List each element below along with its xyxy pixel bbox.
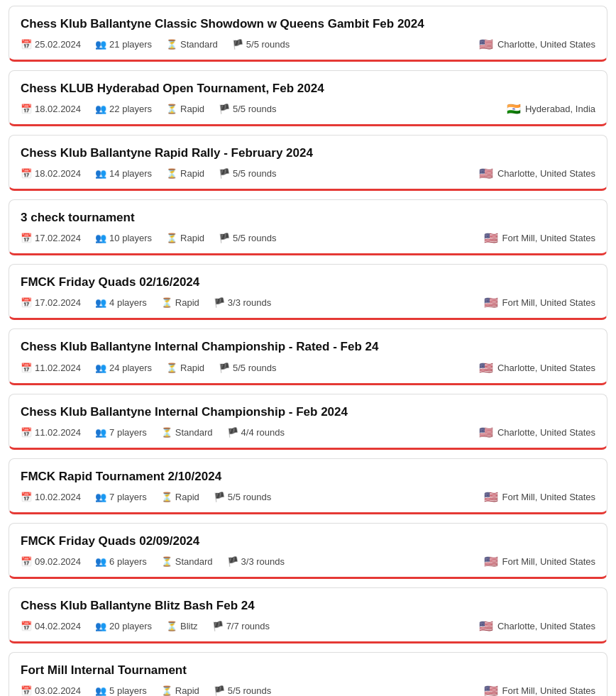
meta-time-control: ⏳ Standard bbox=[161, 427, 213, 438]
time-control-value: Standard bbox=[175, 427, 213, 438]
date-value: 09.02.2024 bbox=[35, 556, 81, 567]
tournament-card[interactable]: Chess Klub Ballantyne Classic Showdown w… bbox=[9, 6, 607, 62]
tournament-title: Chess Klub Ballantyne Rapid Rally - Febr… bbox=[21, 145, 595, 161]
location-section: 🇺🇸 Fort Mill, United States bbox=[484, 296, 596, 309]
players-icon: 👥 bbox=[95, 621, 106, 631]
flag-icon: 🇺🇸 bbox=[484, 296, 498, 309]
players-icon: 👥 bbox=[95, 685, 106, 696]
flag-icon: 🇺🇸 bbox=[479, 361, 493, 375]
players-value: 7 players bbox=[109, 492, 147, 502]
timer-icon: ⏳ bbox=[166, 363, 177, 373]
time-control-value: Blitz bbox=[180, 621, 198, 631]
meta-players: 👥 14 players bbox=[95, 168, 152, 179]
location-section: 🇺🇸 Fort Mill, United States bbox=[484, 490, 596, 504]
tournament-card[interactable]: Chess KLUB Hyderabad Open Tournament, Fe… bbox=[9, 70, 607, 126]
meta-rounds: 🏴 5/5 rounds bbox=[232, 39, 290, 50]
players-icon: 👥 bbox=[95, 556, 106, 567]
tournament-card[interactable]: Chess Klub Ballantyne Internal Champions… bbox=[9, 394, 607, 450]
date-value: 18.02.2024 bbox=[35, 168, 81, 179]
rounds-icon: 🏴 bbox=[227, 556, 238, 567]
meta-rounds: 🏴 5/5 rounds bbox=[214, 492, 271, 502]
timer-icon: ⏳ bbox=[166, 621, 177, 631]
rounds-icon: 🏴 bbox=[232, 39, 243, 50]
date-value: 10.02.2024 bbox=[35, 492, 81, 502]
meta-time-control: ⏳ Rapid bbox=[161, 492, 199, 502]
tournament-card[interactable]: FMCK Rapid Tournament 2/10/2024 📅 10.02.… bbox=[9, 458, 607, 514]
meta-players: 👥 20 players bbox=[95, 621, 152, 631]
time-control-value: Rapid bbox=[175, 492, 199, 502]
time-control-value: Rapid bbox=[175, 297, 199, 308]
calendar-icon: 📅 bbox=[21, 556, 32, 567]
meta-players: 👥 10 players bbox=[95, 233, 152, 243]
rounds-value: 5/5 rounds bbox=[233, 104, 276, 114]
time-control-value: Standard bbox=[175, 556, 213, 567]
location-value: Fort Mill, United States bbox=[502, 297, 596, 308]
flag-icon: 🇺🇸 bbox=[484, 490, 498, 504]
time-control-value: Rapid bbox=[180, 233, 204, 243]
tournament-card[interactable]: FMCK Friday Quads 02/16/2024 📅 17.02.202… bbox=[9, 264, 607, 320]
meta-date: 📅 11.02.2024 bbox=[21, 427, 81, 438]
tournament-title: FMCK Friday Quads 02/09/2024 bbox=[21, 534, 595, 549]
location-value: Fort Mill, United States bbox=[502, 685, 596, 696]
rounds-value: 7/7 rounds bbox=[226, 621, 270, 631]
rounds-value: 4/4 rounds bbox=[241, 427, 285, 438]
players-icon: 👥 bbox=[95, 297, 106, 308]
rounds-icon: 🏴 bbox=[227, 427, 238, 438]
location-section: 🇺🇸 Fort Mill, United States bbox=[484, 555, 596, 568]
rounds-icon: 🏴 bbox=[214, 492, 225, 502]
date-value: 11.02.2024 bbox=[35, 427, 81, 438]
tournament-card[interactable]: Chess Klub Ballantyne Blitz Bash Feb 24 … bbox=[9, 587, 607, 643]
location-section: 🇺🇸 Charlotte, United States bbox=[479, 38, 595, 51]
meta-players: 👥 4 players bbox=[95, 297, 147, 308]
location-section: 🇮🇳 Hyderabad, India bbox=[507, 102, 595, 116]
rounds-icon: 🏴 bbox=[214, 297, 225, 308]
location-value: Charlotte, United States bbox=[497, 427, 595, 438]
calendar-icon: 📅 bbox=[21, 104, 32, 114]
tournament-meta: 📅 25.02.2024 👥 21 players ⏳ Standard 🏴 5… bbox=[21, 38, 595, 51]
tournament-card[interactable]: 3 check tournament 📅 17.02.2024 👥 10 pla… bbox=[9, 199, 607, 255]
location-section: 🇺🇸 Charlotte, United States bbox=[479, 167, 595, 180]
meta-players: 👥 7 players bbox=[95, 427, 147, 438]
players-value: 22 players bbox=[109, 104, 152, 114]
calendar-icon: 📅 bbox=[21, 621, 32, 631]
players-icon: 👥 bbox=[95, 427, 106, 438]
location-section: 🇺🇸 Charlotte, United States bbox=[479, 426, 595, 439]
date-value: 18.02.2024 bbox=[35, 104, 81, 114]
players-value: 6 players bbox=[109, 556, 147, 567]
flag-icon: 🇺🇸 bbox=[479, 619, 493, 633]
tournament-meta: 📅 11.02.2024 👥 24 players ⏳ Rapid 🏴 5/5 … bbox=[21, 361, 595, 375]
tournament-card[interactable]: Chess Klub Ballantyne Internal Champions… bbox=[9, 328, 607, 385]
timer-icon: ⏳ bbox=[161, 556, 172, 567]
timer-icon: ⏳ bbox=[161, 685, 172, 696]
tournament-meta: 📅 09.02.2024 👥 6 players ⏳ Standard 🏴 3/… bbox=[21, 555, 595, 568]
players-value: 10 players bbox=[109, 233, 152, 243]
meta-players: 👥 6 players bbox=[95, 556, 147, 567]
players-icon: 👥 bbox=[95, 363, 106, 373]
location-section: 🇺🇸 Fort Mill, United States bbox=[484, 684, 596, 696]
meta-date: 📅 18.02.2024 bbox=[21, 168, 81, 179]
tournament-card[interactable]: Fort Mill Internal Tournament 📅 03.02.20… bbox=[9, 652, 607, 696]
date-value: 11.02.2024 bbox=[35, 363, 81, 373]
calendar-icon: 📅 bbox=[21, 427, 32, 438]
meta-time-control: ⏳ Blitz bbox=[166, 621, 198, 631]
tournament-meta: 📅 18.02.2024 👥 22 players ⏳ Rapid 🏴 5/5 … bbox=[21, 102, 595, 116]
meta-date: 📅 25.02.2024 bbox=[21, 39, 81, 50]
tournament-meta: 📅 17.02.2024 👥 10 players ⏳ Rapid 🏴 5/5 … bbox=[21, 231, 595, 245]
rounds-icon: 🏴 bbox=[219, 104, 230, 114]
timer-icon: ⏳ bbox=[161, 427, 172, 438]
time-control-value: Rapid bbox=[180, 363, 204, 373]
meta-rounds: 🏴 5/5 rounds bbox=[219, 363, 276, 373]
players-icon: 👥 bbox=[95, 233, 106, 243]
rounds-value: 5/5 rounds bbox=[246, 39, 290, 50]
time-control-value: Rapid bbox=[180, 168, 204, 179]
rounds-value: 3/3 rounds bbox=[228, 297, 271, 308]
location-value: Fort Mill, United States bbox=[502, 233, 596, 243]
tournament-title: Chess Klub Ballantyne Classic Showdown w… bbox=[21, 16, 595, 32]
tournament-card[interactable]: Chess Klub Ballantyne Rapid Rally - Febr… bbox=[9, 135, 607, 191]
tournament-card[interactable]: FMCK Friday Quads 02/09/2024 📅 09.02.202… bbox=[9, 523, 607, 579]
meta-date: 📅 04.02.2024 bbox=[21, 621, 81, 631]
location-value: Hyderabad, India bbox=[525, 104, 595, 114]
meta-date: 📅 10.02.2024 bbox=[21, 492, 81, 502]
meta-date: 📅 17.02.2024 bbox=[21, 297, 81, 308]
tournament-title: Chess Klub Ballantyne Blitz Bash Feb 24 bbox=[21, 598, 595, 614]
